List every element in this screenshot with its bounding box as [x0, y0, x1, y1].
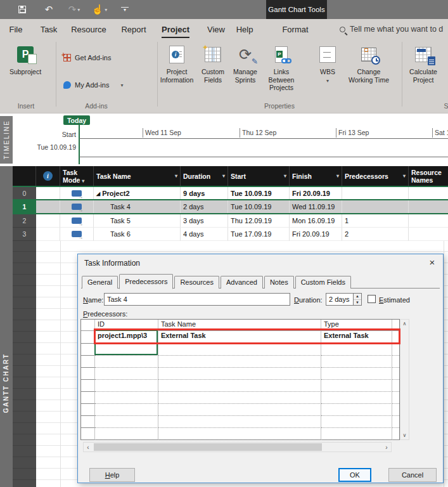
task-mode-cell[interactable] [60, 228, 94, 241]
header-indicators[interactable]: i [36, 166, 60, 186]
row-number[interactable]: 3 [13, 228, 36, 241]
grid-corner-cell[interactable] [81, 320, 95, 331]
duration-cell[interactable]: 3 days [181, 214, 228, 228]
row-number[interactable]: 1 [13, 200, 36, 214]
get-addins-button[interactable]: + Get Add-ins [63, 54, 111, 62]
header-task-name[interactable]: Task Name▾ [94, 166, 181, 186]
filter-dropdown-icon[interactable]: ▾ [222, 173, 225, 179]
duration-input[interactable]: 2 days [326, 293, 354, 306]
grid-row-selector[interactable] [81, 331, 95, 344]
grid-empty-row[interactable] [81, 428, 399, 440]
spin-down-icon[interactable]: ▼ [354, 300, 361, 306]
grid-empty-row[interactable] [81, 392, 399, 404]
duration-cell[interactable]: 4 days [181, 228, 228, 241]
tab-help[interactable]: Help [235, 19, 255, 39]
grid-header-type[interactable]: Type [321, 320, 392, 331]
start-cell[interactable]: Tue 10.09.19 [228, 187, 290, 200]
indicator-cell[interactable] [36, 187, 60, 200]
table-row-selected[interactable]: 1 Task 4 2 days Tue 10.09.19 Wed 11.09.1… [13, 200, 448, 214]
cancel-button[interactable]: Cancel [388, 468, 437, 482]
start-cell[interactable]: Tue 10.09.19 [228, 200, 290, 214]
task-name-cell[interactable]: ◢Project2 [94, 187, 181, 200]
gantt-chart-view-strip[interactable]: GANTT CHART [0, 166, 13, 487]
collapse-triangle-icon[interactable]: ◢ [96, 191, 100, 197]
resource-names-cell[interactable] [409, 214, 448, 228]
help-button[interactable]: Help [89, 468, 135, 482]
tab-format[interactable]: Format [281, 19, 309, 39]
task-name-cell[interactable]: Task 4 [94, 200, 181, 214]
grid-empty-row[interactable] [81, 380, 399, 392]
tab-resources[interactable]: Resources [174, 276, 219, 289]
grid-cell-task-name[interactable]: External Task [158, 331, 321, 344]
ok-button[interactable]: OK [338, 468, 371, 482]
header-row-number[interactable] [13, 166, 36, 186]
subproject-button[interactable]: P Subproject [7, 44, 44, 76]
filter-dropdown-icon[interactable]: ▾ [336, 173, 339, 179]
task-name-cell[interactable]: Task 6 [94, 228, 181, 241]
filter-dropdown-icon[interactable]: ▾ [82, 178, 84, 184]
scrollbar-thumb[interactable] [94, 443, 322, 451]
tab-general[interactable]: General [82, 276, 118, 289]
header-resource-names[interactable]: Resource Names [409, 166, 448, 186]
manage-sprints-button[interactable]: ⟳✎ Manage Sprints [229, 44, 261, 84]
table-row[interactable]: 0 ◢Project2 9 days Tue 10.09.19 Fri 20.0… [13, 187, 448, 200]
predecessors-cell[interactable] [342, 200, 409, 214]
finish-cell[interactable]: Wed 11.09.19 [290, 200, 342, 214]
my-addins-button[interactable]: My Add-ins ▾ [63, 81, 123, 89]
finish-cell[interactable]: Fri 20.09.19 [290, 228, 342, 241]
tab-custom-fields[interactable]: Custom Fields [295, 276, 351, 289]
indicator-cell[interactable] [36, 200, 60, 214]
wbs-button[interactable]: WBS ▾ [314, 44, 341, 84]
duration-cell[interactable]: 9 days [181, 187, 228, 200]
scroll-down-icon[interactable]: ∨ [403, 432, 407, 438]
touch-mode-button[interactable]: ☝▾ [89, 0, 110, 19]
grid-empty-row[interactable] [81, 356, 399, 368]
grid-empty-row[interactable] [81, 344, 399, 356]
grid-vertical-scrollbar[interactable]: ∧ ∨ [400, 319, 409, 440]
links-between-projects-button[interactable]: P Links Between Projects [261, 44, 302, 92]
start-cell[interactable]: Tue 17.09.19 [228, 228, 290, 241]
clipped-ribbon-button[interactable]: B [441, 44, 448, 76]
grid-empty-row[interactable] [81, 416, 399, 428]
header-task-mode[interactable]: Task Mode ▾ [60, 166, 94, 186]
tab-resource[interactable]: Resource [70, 19, 108, 39]
scroll-left-icon[interactable]: ‹ [84, 444, 93, 451]
redo-button[interactable]: ↷▾ [63, 0, 85, 19]
finish-cell[interactable]: Mon 16.09.19 [290, 214, 342, 228]
tab-predecessors[interactable]: Predecessors [119, 274, 173, 289]
undo-button[interactable]: ↶ [38, 0, 60, 19]
indicator-cell[interactable] [36, 214, 60, 228]
tab-task[interactable]: Task [39, 19, 59, 39]
duration-cell[interactable]: 2 days [181, 200, 228, 214]
tab-view[interactable]: View [206, 19, 226, 39]
duration-spinner[interactable]: ▲ ▼ [354, 293, 362, 306]
customize-qat-button[interactable]: ▾ [114, 0, 136, 19]
filter-dropdown-icon[interactable]: ▾ [284, 173, 286, 179]
tab-project[interactable]: Project [160, 19, 191, 39]
close-icon[interactable]: × [425, 256, 439, 268]
task-mode-cell[interactable] [60, 187, 94, 200]
tab-file[interactable]: File [8, 19, 24, 39]
start-cell[interactable]: Thu 12.09.19 [228, 214, 290, 228]
scroll-right-icon[interactable]: › [382, 444, 391, 451]
change-working-time-button[interactable]: Change Working Time [347, 44, 390, 84]
filter-dropdown-icon[interactable]: ▾ [403, 173, 406, 179]
resource-names-cell[interactable] [409, 200, 448, 214]
estimated-checkbox[interactable] [368, 295, 376, 303]
tab-notes[interactable]: Notes [264, 276, 294, 289]
grid-cell-id[interactable]: project1.mpp\3 [95, 331, 158, 344]
table-row[interactable]: 3 Task 6 4 days Tue 17.09.19 Fri 20.09.1… [13, 228, 448, 241]
calculate-project-button[interactable]: Calculate Project [406, 44, 441, 84]
spin-up-icon[interactable]: ▲ [354, 294, 361, 300]
timeline-view-strip[interactable]: TIMELINE [0, 116, 13, 164]
grid-horizontal-scrollbar[interactable]: ‹ › [83, 442, 392, 452]
tab-advanced[interactable]: Advanced [221, 276, 263, 289]
grid-data-row[interactable]: project1.mpp\3 External Task External Ta… [81, 331, 399, 344]
project-information-button[interactable]: i Project Information [160, 44, 194, 84]
header-start[interactable]: Start▾ [228, 166, 290, 186]
save-button[interactable] [11, 0, 33, 19]
row-number[interactable]: 2 [13, 214, 36, 228]
grid-empty-row[interactable] [81, 368, 399, 380]
task-mode-cell[interactable] [60, 214, 94, 228]
resource-names-cell[interactable] [409, 187, 448, 200]
